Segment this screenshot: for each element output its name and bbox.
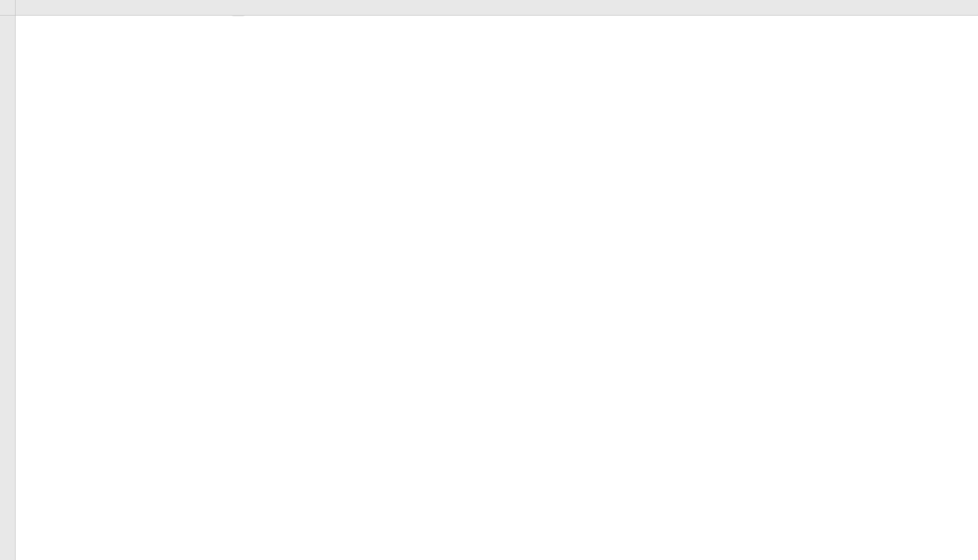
column-headers [16, 0, 978, 16]
select-all-corner[interactable] [0, 0, 16, 16]
spreadsheet [0, 0, 978, 560]
row-headers [0, 16, 16, 560]
cell-grid[interactable] [16, 16, 978, 560]
